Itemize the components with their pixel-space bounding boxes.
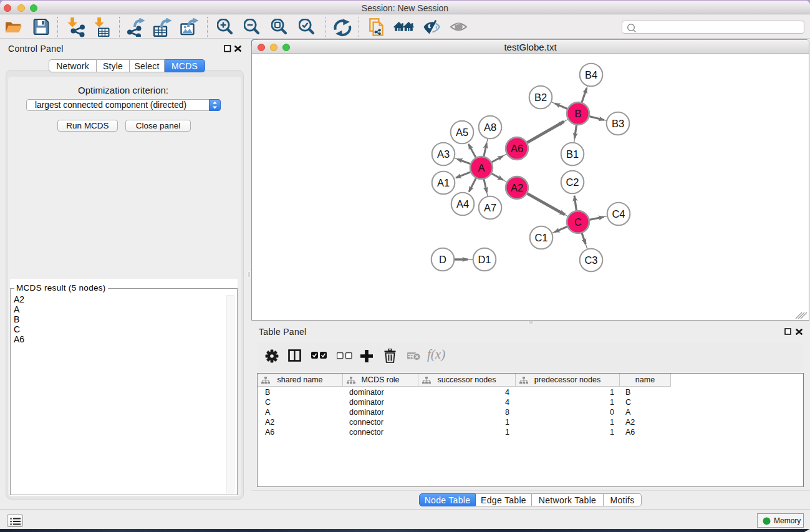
svg-text:B3: B3 (612, 118, 624, 129)
svg-text:A5: A5 (456, 127, 468, 138)
svg-text:B: B (574, 108, 581, 119)
svg-text:A8: A8 (484, 122, 496, 133)
svg-text:A1: A1 (437, 177, 450, 188)
svg-text:D: D (439, 254, 446, 265)
svg-text:B1: B1 (566, 148, 579, 160)
svg-text:D1: D1 (478, 254, 491, 265)
svg-text:C: C (574, 216, 582, 228)
svg-text:A6: A6 (511, 143, 523, 154)
svg-text:A7: A7 (484, 202, 496, 213)
svg-text:C3: C3 (584, 254, 597, 266)
svg-text:A4: A4 (456, 198, 469, 210)
svg-text:B2: B2 (534, 92, 547, 103)
svg-text:A3: A3 (437, 148, 450, 160)
svg-text:C1: C1 (534, 232, 547, 243)
svg-text:C2: C2 (566, 177, 579, 188)
svg-text:B4: B4 (585, 69, 597, 80)
svg-text:A: A (478, 162, 485, 173)
svg-text:A2: A2 (511, 182, 523, 193)
svg-text:C4: C4 (612, 208, 625, 220)
